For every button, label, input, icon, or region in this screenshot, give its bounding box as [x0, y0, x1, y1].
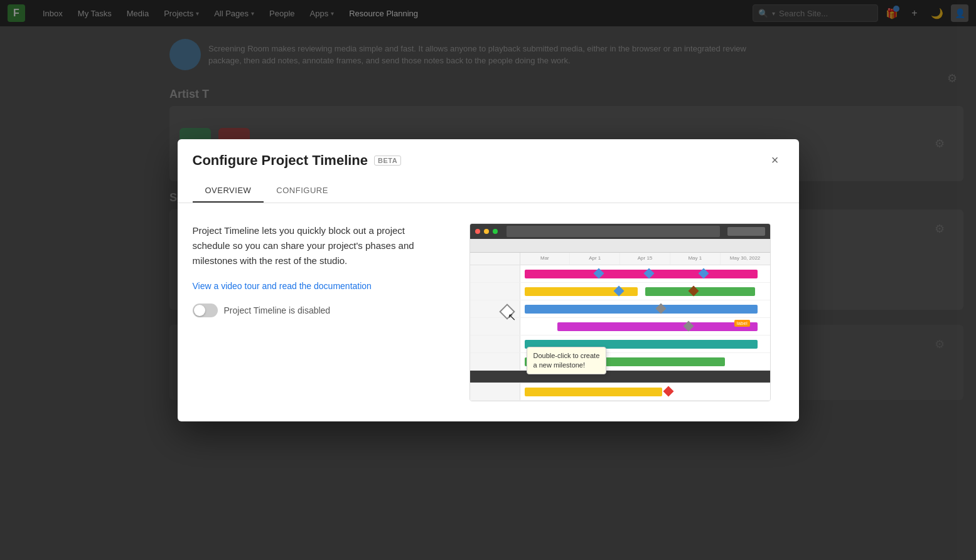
tab-overview[interactable]: OVERVIEW	[193, 179, 264, 203]
configure-project-timeline-modal: Configure Project Timeline BETA × OVERVI…	[178, 139, 799, 421]
window-maximize-dot	[493, 229, 498, 234]
gantt-row-8	[470, 383, 770, 401]
preview-menu-placeholder	[727, 227, 765, 236]
gantt-bar-purple-1	[557, 322, 757, 331]
modal-overlay: Configure Project Timeline BETA × OVERVI…	[0, 0, 976, 560]
tooltip-line1: Double-click to create	[534, 351, 600, 361]
cursor-area: ↖ Double-click to create a new milestone…	[501, 306, 517, 321]
gantt-label-8	[470, 383, 520, 400]
gantt-bar-green-1	[645, 287, 755, 296]
modal-left-panel: Project Timeline lets you quickly block …	[193, 223, 431, 401]
tooltip-line2: a new milestone!	[534, 361, 600, 370]
modal-description: Project Timeline lets you quickly block …	[193, 223, 431, 268]
preview-title-bar	[507, 226, 720, 237]
gantt-row-5	[470, 335, 770, 353]
preview-gantt-content: Mar Apr 1 Apr 15 May 1 May 30, 2022	[470, 253, 770, 401]
gantt-row-2	[470, 283, 770, 300]
toggle-row: Project Timeline is disabled	[193, 304, 431, 317]
gantt-header-row: Mar Apr 1 Apr 15 May 1 May 30, 2022	[470, 253, 770, 265]
preview-window-header	[470, 224, 770, 239]
modal-close-button[interactable]: ×	[766, 152, 784, 169]
gantt-label-5	[470, 335, 520, 352]
timeline-preview-image: Mar Apr 1 Apr 15 May 1 May 30, 2022	[469, 223, 771, 401]
cursor-arrow-icon: ↖	[508, 312, 516, 322]
gantt-bar-pink-1	[525, 270, 757, 278]
modal-right-panel: Mar Apr 1 Apr 15 May 1 May 30, 2022	[456, 223, 784, 401]
gantt-label-6	[470, 353, 520, 370]
gantt-label-2	[470, 283, 520, 300]
toggle-label: Project Timeline is disabled	[224, 305, 331, 315]
gantt-diamond-7	[663, 386, 674, 396]
gantt-bars-8	[520, 383, 770, 400]
video-tour-link[interactable]: View a video tour and read the documenta…	[193, 281, 431, 291]
gantt-bars-2	[520, 283, 770, 300]
milestone-tooltip: Double-click to create a new milestone!	[527, 347, 607, 375]
gantt-bars-1	[520, 265, 770, 282]
toggle-knob	[194, 305, 205, 316]
gantt-bar-blue-1	[525, 305, 757, 314]
project-timeline-toggle[interactable]	[193, 304, 218, 317]
gantt-bars-4: label	[520, 318, 770, 335]
modal-title: Configure Project Timeline BETA	[193, 152, 402, 169]
gantt-date-headers: Mar Apr 1 Apr 15 May 1 May 30, 2022	[520, 253, 770, 265]
gantt-row-6	[470, 353, 770, 371]
window-close-dot	[475, 229, 480, 234]
window-minimize-dot	[484, 229, 489, 234]
gantt-label-badge: label	[734, 320, 750, 327]
gantt-bar-yellow-2	[525, 388, 662, 396]
gantt-separator-row	[470, 371, 770, 383]
gantt-label-1	[470, 265, 520, 282]
beta-badge: BETA	[374, 156, 401, 166]
modal-body: Project Timeline lets you quickly block …	[178, 203, 799, 421]
gantt-bars-3	[520, 300, 770, 317]
preview-toolbar	[470, 239, 770, 253]
modal-tabs: OVERVIEW CONFIGURE	[178, 179, 799, 203]
modal-title-text: Configure Project Timeline	[193, 152, 368, 169]
tab-configure[interactable]: CONFIGURE	[264, 179, 341, 203]
modal-header: Configure Project Timeline BETA ×	[178, 139, 799, 169]
gantt-row-1	[470, 265, 770, 283]
